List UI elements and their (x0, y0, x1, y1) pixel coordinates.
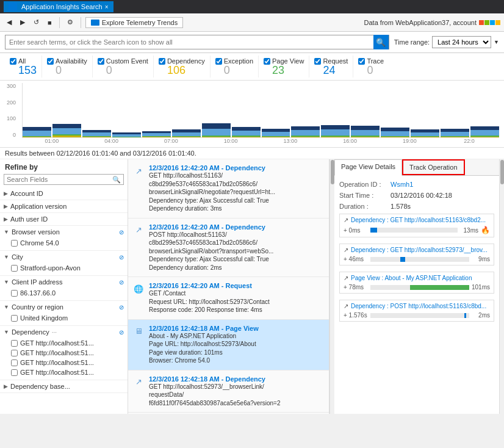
list-item-item2[interactable]: ↗ 12/3/2016 12:42:20 AM - Dependency POS… (128, 219, 329, 278)
sidebar-cb-country-region-0[interactable] (11, 315, 18, 322)
filter-cb-dependency[interactable] (159, 58, 165, 65)
sidebar-section-header-browser-version[interactable]: ▼ Browser version ⊘ (0, 226, 128, 238)
sidebar-cb-browser-version-0[interactable] (11, 240, 18, 247)
filter-cb-all[interactable] (10, 58, 16, 65)
app-tab[interactable]: Application Insights Search × (4, 1, 113, 12)
timeline-item-tl2[interactable]: ↗ Dependency : GET http://localhost:5297… (339, 244, 494, 266)
timeline-label-tl4[interactable]: Dependency : POST http://localhost:51163… (351, 303, 486, 309)
sidebar-item-dependency-2[interactable]: GET http://localhost:51... (11, 358, 124, 367)
sidebar-section-header-account-id[interactable]: ▶ Account ID (0, 187, 128, 200)
arrow-auth-user-id: ▶ (4, 216, 8, 222)
search-input[interactable] (5, 38, 373, 46)
filter-cb-availability[interactable] (47, 58, 54, 65)
filter-cb-request[interactable] (314, 58, 321, 65)
timeline-label-tl2[interactable]: Dependency : GET http://localhost:52973/… (351, 247, 488, 253)
filter-cb-exception[interactable] (215, 58, 222, 65)
timeline-item-tl4[interactable]: ↗ Dependency : POST http://localhost:511… (339, 300, 494, 322)
list-item-line-item5-2: f6fd811f0f7645dab830987aca5e5e6a?version… (149, 399, 324, 408)
sidebar-item-dependency-1[interactable]: GET http://localhost:51... (11, 348, 124, 358)
filter-cb-trace[interactable] (358, 58, 365, 65)
explore-telemetry-button[interactable]: Explore Telemetry Trends (85, 17, 184, 28)
sidebar-cb-city-0[interactable] (11, 265, 18, 272)
filter-request[interactable]: Request 24 (309, 56, 353, 78)
time-range-select[interactable]: Last 24 hours Last 1 hour Last 7 days La… (432, 36, 491, 48)
sidebar-section-header-client-ip[interactable]: ▼ Client IP address ⊘ (0, 276, 128, 288)
timeline-item-tl1[interactable]: ↗ Dependency : GET http://localhost:5116… (339, 214, 494, 237)
settings-button[interactable]: ⚙ (64, 16, 76, 28)
section-filter-btn-dependency[interactable]: ⊘ (119, 329, 124, 336)
forward-button[interactable]: ▶ (17, 16, 28, 28)
list-item-content-item3: 12/3/2016 12:42:20 AM - Request GET /Con… (149, 282, 324, 314)
search-button[interactable]: 🔍 (373, 35, 389, 49)
list-item-icon-item3: 🌐 (133, 283, 144, 294)
refresh-button[interactable]: ↺ (31, 16, 42, 28)
sidebar-cb-dependency-0[interactable] (11, 340, 18, 347)
sidebar-section-client-ip: ▼ Client IP address ⊘ 86.137.66.0 (0, 276, 128, 301)
list-item-item1[interactable]: ↗ 12/3/2016 12:42:20 AM - Dependency GET… (128, 159, 329, 219)
filter-all[interactable]: All 153 (5, 56, 42, 78)
timeline-label-tl3[interactable]: Page View : About - My ASP.NET Applicati… (351, 275, 472, 281)
sidebar-cb-dependency-3[interactable] (11, 369, 18, 376)
sidebar-cb-client-ip-0[interactable] (11, 290, 18, 297)
timeline-bar-bg-tl3 (370, 285, 469, 290)
sidebar-section-header-application-version[interactable]: ▶ Application version (0, 200, 128, 212)
stop-button[interactable]: ■ (45, 17, 55, 28)
filter-cb-page-view[interactable] (264, 58, 270, 65)
list-item-item4[interactable]: 🖥 12/3/2016 12:42:18 AM - Page View Abou… (128, 320, 329, 370)
chart-x-label-5: 16:00 (320, 138, 380, 144)
list-item-title-item2: 12/3/2016 12:42:20 AM - Dependency (149, 223, 324, 231)
chart-bar-segment-11-0 (351, 126, 380, 130)
timeline-item-tl3[interactable]: ↗ Page View : About - My ASP.NET Applica… (339, 272, 494, 294)
list-item-line-item2-0: POST http://localhost:51163/ (149, 231, 324, 239)
sidebar-section-header-dependency-base[interactable]: ▶ Dependency base... (0, 380, 128, 392)
timeline-label-tl1[interactable]: Dependency : GET http://localhost:51163/… (351, 217, 486, 223)
right-tab-track-operation[interactable]: Track Operation (402, 159, 464, 175)
title-close-icon[interactable]: × (105, 4, 109, 10)
chart-bar-segment-12-1 (381, 131, 409, 136)
sidebar-item-dependency-0[interactable]: GET http://localhost:51... (11, 338, 124, 348)
sidebar-section-header-city[interactable]: ▼ City ⊘ (0, 251, 128, 263)
detail-opid-value[interactable]: Wsmh1 (391, 181, 413, 188)
sidebar-cb-dependency-2[interactable] (11, 359, 18, 366)
sidebar-item-city-0[interactable]: Stratford-upon-Avon (11, 263, 124, 273)
sidebar-section-city: ▼ City ⊘ Stratford-upon-Avon (0, 251, 128, 276)
sidebar-item-client-ip-0[interactable]: 86.137.66.0 (11, 288, 124, 298)
filter-custom-event[interactable]: Custom Event 0 (93, 56, 154, 78)
section-filter-btn-client-ip[interactable]: ⊘ (119, 279, 124, 286)
sidebar-item-country-region-0[interactable]: United Kingdom (11, 313, 124, 323)
sidebar-section-header-auth-user-id[interactable]: ▶ Auth user ID (0, 213, 128, 225)
chart-bar-segment-15-1 (470, 130, 499, 135)
timeline-bar-fill-tl1 (370, 228, 377, 233)
section-filter-btn-city[interactable]: ⊘ (119, 254, 124, 261)
detail-duration-label: Duration : (339, 203, 388, 210)
right-scrollbar[interactable] (499, 159, 504, 414)
section-filter-btn-browser-version[interactable]: ⊘ (119, 229, 124, 236)
sidebar-cb-dependency-1[interactable] (11, 350, 18, 356)
filter-dependency[interactable]: Dependency 106 (154, 56, 211, 78)
chart-bar-segment-7-1 (232, 131, 261, 135)
filter-page-view[interactable]: Page View 23 (259, 56, 309, 78)
list-item-line-item2-1: c8bd299e537c465583ca17bd2c0586c6/ (149, 239, 324, 247)
filter-exception[interactable]: Exception 0 (211, 56, 259, 78)
list-item-item3[interactable]: 🌐 12/3/2016 12:42:20 AM - Request GET /C… (128, 277, 329, 320)
back-button[interactable]: ◀ (4, 16, 15, 28)
filter-cb-custom-event[interactable] (98, 58, 104, 65)
right-tab-page-view-details[interactable]: Page View Details (334, 159, 402, 176)
sidebar-section-browser-version: ▼ Browser version ⊘ Chrome 54.0 (0, 226, 128, 251)
list-item-item5[interactable]: ↗ 12/3/2016 12:42:18 AM - Dependency GET… (128, 370, 329, 413)
sidebar-section-header-dependency[interactable]: ▼ Dependency ··· ⊘ (0, 326, 128, 338)
right-scrollbar-thumb[interactable] (500, 160, 504, 184)
sidebar-item-dependency-3[interactable]: GET http://localhost:51... (11, 367, 124, 377)
list-item-content-item1: 12/3/2016 12:42:20 AM - Dependency GET h… (149, 164, 324, 213)
sidebar-section-header-country-region[interactable]: ▼ Country or region ⊘ (0, 301, 128, 313)
section-filter-btn-country-region[interactable]: ⊘ (119, 304, 124, 311)
timeline-duration-tl1: 13ms (460, 227, 478, 234)
y-label-300: 300 (0, 83, 16, 89)
chart-bar-segment-0-1 (23, 131, 51, 136)
chart-bar-group-15 (470, 126, 499, 137)
sidebar-search-input[interactable] (4, 175, 110, 184)
center-scrollbar[interactable] (329, 159, 334, 414)
filter-availability[interactable]: Availability 0 (42, 56, 93, 78)
filter-trace[interactable]: Trace 0 (353, 56, 389, 78)
sidebar-item-browser-version-0[interactable]: Chrome 54.0 (11, 238, 124, 248)
